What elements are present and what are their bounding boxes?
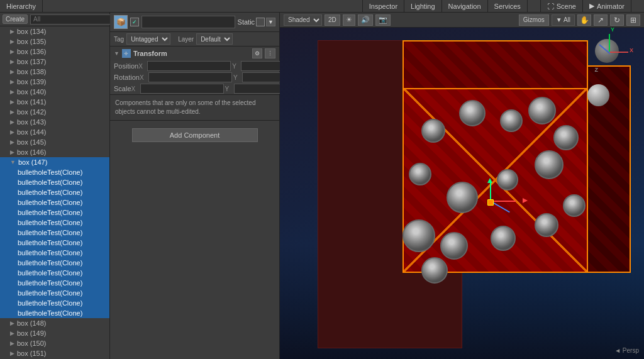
hierarchy-item-box151[interactable]: ▶box (151) <box>0 348 109 358</box>
hierarchy-item-box139[interactable]: ▶box (139) <box>0 77 109 87</box>
transform-more-button[interactable]: ⋮ <box>265 48 275 58</box>
cube-top-face <box>402 40 588 89</box>
hierarchy-item-clone7[interactable]: bulletholeTest(Clone) <box>0 228 109 238</box>
static-dropdown-button[interactable]: ▼ <box>266 18 275 26</box>
transform-expand-icon[interactable]: ▼ <box>114 50 119 57</box>
pos-y-label: Y <box>232 63 240 70</box>
nav-hand-button[interactable]: ✋ <box>577 14 591 26</box>
scene-icon: ⛶ <box>547 3 554 10</box>
transform-settings-button[interactable]: ⚙ <box>252 48 262 58</box>
hierarchy-item-box141[interactable]: ▶box (141) <box>0 97 109 107</box>
shading-mode-select[interactable]: Shaded <box>284 14 322 26</box>
axis-x-label: X <box>630 47 633 53</box>
hierarchy-tab[interactable]: Hierarchy <box>0 0 43 12</box>
navigation-tab[interactable]: Navigation <box>442 0 488 12</box>
scale-x-input[interactable] <box>140 84 224 94</box>
tag-label: Tag <box>114 36 124 43</box>
hierarchy-item-box142[interactable]: ▶box (142) <box>0 107 109 117</box>
inspector-tab[interactable]: Inspector <box>362 0 404 12</box>
axis-orientation-indicator: Y X Z <box>584 34 628 78</box>
hierarchy-item-clone6[interactable]: bulletholeTest(Clone) <box>0 218 109 228</box>
gizmos-button[interactable]: Gizmos <box>519 14 549 26</box>
hierarchy-item-clone1[interactable]: bulletholeTest(Clone) <box>0 167 109 177</box>
scene-view[interactable]: Y X Z ◄ Persp <box>280 28 644 359</box>
hierarchy-item-clone13[interactable]: bulletholeTest(Clone) <box>0 288 109 298</box>
nav-scale-button[interactable]: ⊞ <box>626 14 640 26</box>
hierarchy-item-box138[interactable]: ▶box (138) <box>0 67 109 77</box>
hierarchy-item-box148[interactable]: ▶box (148) <box>0 318 109 328</box>
create-button[interactable]: Create <box>3 14 28 24</box>
hierarchy-item-clone14[interactable]: bulletholeTest(Clone) <box>0 298 109 308</box>
tag-select[interactable]: Untagged <box>126 33 170 45</box>
hierarchy-search-input[interactable] <box>30 14 116 25</box>
scene-panel: Shaded 2D ☀ 🔊 📷 Gizmos ▼ All ✋ ↗ ↻ ⊞ <box>280 13 644 359</box>
pos-x-input[interactable] <box>147 61 231 71</box>
hierarchy-item-box136[interactable]: ▶box (136) <box>0 47 109 57</box>
hierarchy-item-clone5[interactable]: bulletholeTest(Clone) <box>0 207 109 218</box>
hierarchy-item-clone9[interactable]: bulletholeTest(Clone) <box>0 248 109 258</box>
camera-button[interactable]: 📷 <box>375 14 391 26</box>
all-button[interactable]: ▼ All <box>552 14 575 26</box>
hierarchy-item-box149[interactable]: ▶box (149) <box>0 328 109 338</box>
hierarchy-item-box137[interactable]: ▶box (137) <box>0 57 109 67</box>
rotation-label: Rotation <box>114 74 140 81</box>
hierarchy-item-box147[interactable]: ▼box (147) <box>0 157 109 167</box>
static-checkbox[interactable] <box>256 18 265 26</box>
active-checkbox[interactable]: ✓ <box>130 18 139 26</box>
multi-edit-warning: Components that are only on some of the … <box>110 95 279 121</box>
services-tab[interactable]: Services <box>488 0 528 12</box>
hierarchy-tab-label: Hierarchy <box>6 3 36 10</box>
transform-gizmo <box>475 182 525 232</box>
hierarchy-item-clone8[interactable]: bulletholeTest(Clone) <box>0 238 109 248</box>
cube-front-face <box>402 87 588 273</box>
hierarchy-item-clone10[interactable]: bulletholeTest(Clone) <box>0 258 109 268</box>
hierarchy-list[interactable]: ▶box (134)▶box (135)▶box (136)▶box (137)… <box>0 26 109 359</box>
axis-z-label: Z <box>595 67 599 73</box>
hierarchy-item-clone4[interactable]: bulletholeTest(Clone) <box>0 197 109 207</box>
hierarchy-item-clone15[interactable]: bulletholeTest(Clone) <box>0 308 109 318</box>
hierarchy-item-box144[interactable]: ▶box (144) <box>0 127 109 137</box>
scale-label: Scale <box>114 85 131 92</box>
nav-rotate-button[interactable]: ↻ <box>610 14 624 26</box>
inspector-panel: 📦 ✓ Static ▼ Tag Untagged Layer Default <box>110 13 280 359</box>
pos-x-label: X <box>138 63 146 70</box>
position-label: Position <box>114 62 138 70</box>
sphere-object <box>587 84 609 106</box>
inspector-tab-label: Inspector <box>369 3 397 10</box>
hierarchy-item-clone3[interactable]: bulletholeTest(Clone) <box>0 187 109 197</box>
hierarchy-item-box145[interactable]: ▶box (145) <box>0 137 109 147</box>
transform-icon: ✛ <box>122 49 131 58</box>
hierarchy-item-clone11[interactable]: bulletholeTest(Clone) <box>0 268 109 278</box>
scene-tab[interactable]: ⛶ Scene <box>540 0 583 12</box>
hierarchy-item-clone12[interactable]: bulletholeTest(Clone) <box>0 278 109 288</box>
hierarchy-panel: Create 🔍 ≡ ▶box (134)▶box (135)▶box (136… <box>0 13 110 359</box>
axis-y-label: Y <box>611 28 614 33</box>
animator-tab[interactable]: ▶ Animator <box>583 0 631 12</box>
lighting-button[interactable]: ☀ <box>343 14 355 26</box>
audio-button[interactable]: 🔊 <box>358 14 373 26</box>
nav-arrow-button[interactable]: ↗ <box>594 14 608 26</box>
animator-icon: ▶ <box>589 2 594 10</box>
hierarchy-item-box135[interactable]: ▶box (135) <box>0 36 109 47</box>
hierarchy-item-box146[interactable]: ▶box (146) <box>0 147 109 157</box>
layer-label: Layer <box>178 36 194 43</box>
static-label: Static <box>238 18 255 26</box>
hierarchy-item-box134[interactable]: ▶box (134) <box>0 26 109 36</box>
lighting-tab[interactable]: Lighting <box>404 0 442 12</box>
object-name-input[interactable] <box>142 16 235 28</box>
hierarchy-item-box150[interactable]: ▶box (150) <box>0 338 109 348</box>
hierarchy-item-box140[interactable]: ▶box (140) <box>0 87 109 97</box>
object-icon: 📦 <box>114 15 128 29</box>
scene-toolbar: Shaded 2D ☀ 🔊 📷 Gizmos ▼ All ✋ ↗ ↻ ⊞ <box>280 13 644 28</box>
add-component-button[interactable]: Add Component <box>132 128 258 142</box>
rot-x-label: X <box>140 74 147 81</box>
layer-select[interactable]: Default <box>196 33 233 45</box>
transform-component: ▼ ✛ Transform ⚙ ⋮ Position X <box>110 47 279 95</box>
scale-x-label: X <box>131 86 139 92</box>
rot-x-input[interactable] <box>148 72 232 82</box>
hierarchy-item-box143[interactable]: ▶box (143) <box>0 117 109 127</box>
hierarchy-item-clone2[interactable]: bulletholeTest(Clone) <box>0 177 109 187</box>
2d-toggle-button[interactable]: 2D <box>325 14 340 26</box>
persp-label: ◄ Persp <box>614 347 639 354</box>
scale-y-label: Y <box>225 86 233 92</box>
